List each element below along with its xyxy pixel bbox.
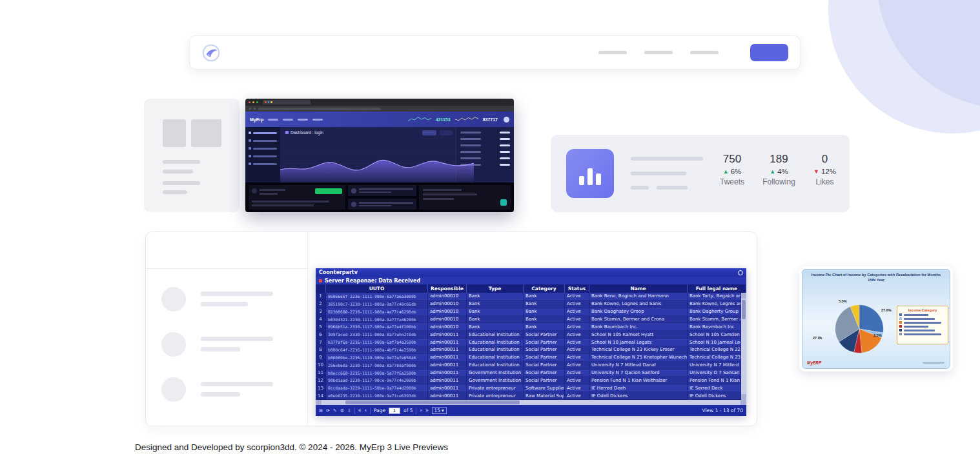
sidebar-item bbox=[249, 147, 277, 150]
nav-link-skeleton[interactable] bbox=[598, 51, 627, 54]
top-navbar bbox=[189, 35, 801, 70]
dashboard-bottom-strip bbox=[245, 183, 514, 212]
table-row[interactable]: 18606666f-2236-1111-900e-6a77a6a3000badm… bbox=[316, 293, 741, 301]
dashboard-preview[interactable]: MyErp 431153 837717 Dashboard : login bbox=[245, 99, 514, 212]
text-line-skeleton bbox=[201, 337, 273, 341]
table-row[interactable]: 2305190c7-3230-1111-000a-9a77c40c66dbadm… bbox=[316, 301, 741, 308]
cell-name: Bank Stamin, Bermer and Crona bbox=[589, 316, 688, 324]
cell-name: University N 7 Qacion Sanford bbox=[589, 370, 688, 377]
column-header[interactable]: Full legal name bbox=[688, 284, 746, 293]
cell-status: Active bbox=[565, 362, 589, 370]
legend-swatch bbox=[899, 321, 902, 324]
scroll-down-icon[interactable] bbox=[741, 394, 746, 400]
vertical-scrollbar[interactable] bbox=[741, 293, 746, 400]
legend-swatch bbox=[899, 325, 902, 328]
window-title: Coonterpartv bbox=[319, 270, 358, 275]
cell-uuid: 02300600-2230-1111-900a-4a77c46290db bbox=[326, 308, 428, 316]
cell-full_name: Bank Dagherty Group bbox=[688, 308, 741, 316]
text-line-skeleton bbox=[657, 186, 688, 190]
navbar-cta-button[interactable] bbox=[750, 44, 788, 61]
table-row[interactable]: 11b8ecc660-2235-1111-900a-5a77f6a2500bad… bbox=[316, 370, 741, 377]
table-row[interactable]: 10256eb60a-2230-1117-900a-8a77b9af000bad… bbox=[316, 362, 741, 370]
table-row[interactable]: 302300600-2230-1111-900a-4a77c46290dbadm… bbox=[316, 308, 741, 316]
horizontal-scrollbar[interactable] bbox=[316, 400, 746, 405]
chat-icon bbox=[500, 199, 507, 206]
pie-slice bbox=[859, 305, 883, 333]
scrollbar-thumb[interactable] bbox=[345, 400, 520, 404]
cell-name: IE Herred Deeh bbox=[589, 384, 688, 392]
text-line-skeleton bbox=[631, 172, 686, 175]
nav-link-skeleton[interactable] bbox=[644, 51, 673, 54]
column-header[interactable]: Type bbox=[467, 284, 524, 293]
cell-responsible: admin00011 bbox=[428, 384, 467, 392]
trend-up-icon: ▲ bbox=[770, 168, 775, 175]
table-row[interactable]: 14e6eb0235-2230-1111-900e-9a71ce6393dbad… bbox=[316, 392, 741, 400]
cell-status: Active bbox=[565, 354, 589, 362]
table-row[interactable]: 58966b51a-2330-1117-900a-4a77e4f200bbadm… bbox=[316, 323, 741, 331]
cell-name: Bank Kowno, Lognes and Sanis bbox=[589, 301, 688, 308]
nav-link-skeleton[interactable] bbox=[690, 51, 719, 54]
text-line-skeleton bbox=[631, 186, 649, 190]
text-line-skeleton bbox=[201, 382, 273, 386]
cell-status: Active bbox=[565, 384, 589, 392]
table-row[interactable]: 9b06000be-2236-1119-900e-9e77efe65046adm… bbox=[316, 354, 741, 362]
cell-full_name: IE Odell Dickens bbox=[688, 392, 741, 400]
cell-uuid: b000c64f-2236-1111-900a-4bf7c4e2590b bbox=[326, 346, 428, 354]
table-row[interactable]: 8b000c64f-2236-1111-900a-4bf7c4e2590badm… bbox=[316, 346, 741, 354]
column-header[interactable]: Responsible bbox=[428, 284, 467, 293]
dashboard-button bbox=[440, 130, 453, 135]
page-number-input[interactable] bbox=[389, 408, 400, 414]
pie-legend: Income Category bbox=[897, 306, 948, 344]
column-header[interactable]: Category bbox=[524, 284, 565, 293]
browser-tab bbox=[263, 100, 311, 104]
first-page-button[interactable]: « bbox=[358, 408, 362, 413]
cell-name: School N 105 Kamset Hyatt bbox=[589, 331, 688, 339]
prev-page-button[interactable]: ‹ bbox=[365, 408, 367, 413]
footer-credit-text: Designed and Developed by scorpion3dd. ©… bbox=[135, 442, 448, 452]
next-page-button[interactable]: › bbox=[420, 408, 422, 413]
scroll-up-icon[interactable] bbox=[741, 293, 746, 299]
page-size-select[interactable]: 15 ▾ bbox=[432, 407, 447, 414]
cell-status: Active bbox=[565, 331, 589, 339]
cell-full_name: School N 105 Camden Hyatt bbox=[688, 331, 741, 339]
last-page-button[interactable]: » bbox=[425, 408, 429, 413]
table-row[interactable]: 7b377af6a-2236-1111-900a-6af7a4a3500badm… bbox=[316, 339, 741, 346]
settings-icon[interactable]: ⚙ bbox=[340, 408, 344, 413]
cell-responsible: admin00011 bbox=[428, 362, 467, 370]
window-info-icon[interactable] bbox=[738, 270, 743, 275]
cell-num: 1 bbox=[316, 293, 326, 301]
cell-num: 4 bbox=[316, 316, 326, 324]
scroll-left-icon[interactable] bbox=[316, 400, 322, 405]
dashboard-stat-b: 837717 bbox=[483, 117, 498, 122]
export-icon[interactable]: ⇩ bbox=[347, 408, 351, 413]
column-header[interactable]: UUTO bbox=[326, 284, 428, 293]
income-pie-card[interactable]: Income Pie Chart of Income by Categories… bbox=[799, 266, 953, 371]
table-row[interactable]: 1290bd1aad-2230-1117-90ce-9e77c4e2000bad… bbox=[316, 377, 741, 384]
edit-icon[interactable]: ✎ bbox=[333, 408, 337, 413]
table-row[interactable]: 4b0304321-2230-1111-900a-9a77fe46200badm… bbox=[316, 316, 741, 324]
grid-icon[interactable]: ⊞ bbox=[319, 408, 323, 413]
table-row[interactable]: 130ccdaada-3220-1111-50be-9a77e4d2000bad… bbox=[316, 384, 741, 392]
refresh-icon[interactable]: ⟳ bbox=[326, 408, 330, 413]
cell-responsible: admin00011 bbox=[428, 392, 467, 400]
cell-responsible: admin00010 bbox=[428, 293, 467, 301]
cell-status: Active bbox=[565, 392, 589, 400]
cell-category: Social Partner bbox=[524, 362, 565, 370]
column-header[interactable]: Status bbox=[565, 284, 589, 293]
cell-responsible: admin00010 bbox=[428, 316, 467, 324]
cell-num: 9 bbox=[316, 354, 326, 362]
table-row[interactable]: 63097aced-2330-1111-000a-0a77uhn2t0dbadm… bbox=[316, 331, 741, 339]
image-skeleton bbox=[191, 119, 221, 147]
column-header[interactable]: Name bbox=[589, 284, 688, 293]
cell-full_name: School N 10 Jameal Legant bbox=[688, 339, 741, 346]
cell-name: Bank Daoghatey Oroop bbox=[589, 308, 688, 316]
cell-num: 7 bbox=[316, 339, 326, 346]
scroll-right-icon[interactable] bbox=[740, 400, 746, 405]
avatar-skeleton bbox=[161, 287, 186, 311]
cell-full_name: Bank Tarty, Begaich and Hermann bbox=[688, 293, 741, 301]
trend-up-icon: ▲ bbox=[723, 168, 729, 175]
browser-chrome-bar bbox=[245, 99, 514, 106]
table-header: UUTOResponsibleTypeCategoryStatusNameFul… bbox=[316, 284, 746, 293]
brand-logo-icon[interactable] bbox=[201, 43, 221, 63]
scrollbar-thumb[interactable] bbox=[742, 300, 746, 319]
